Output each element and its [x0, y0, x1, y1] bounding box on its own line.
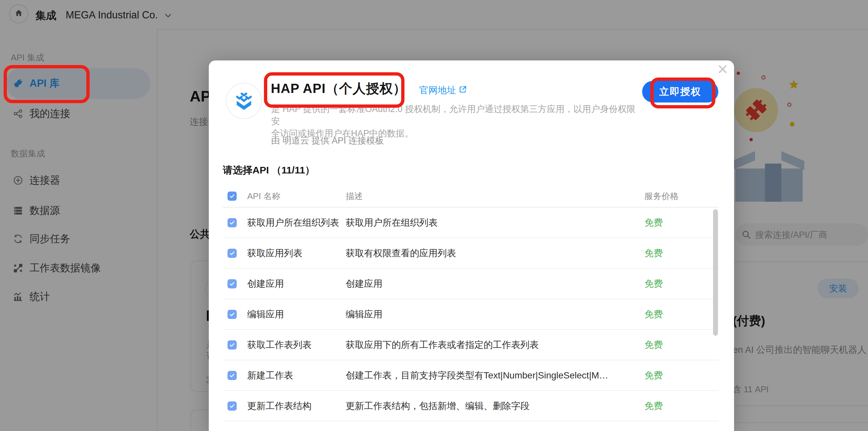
api-description-cell: 获取用户所在组织列表: [346, 217, 635, 229]
table-row: 编辑应用 编辑应用 免费: [223, 299, 719, 330]
table-row: 更新工作表结构 更新工作表结构，包括新增、编辑、删除字段 免费: [223, 391, 719, 422]
table-scrollbar[interactable]: [713, 209, 718, 336]
external-link-icon: [459, 85, 467, 96]
api-name-cell: 获取应用列表: [247, 247, 346, 260]
row-checkbox[interactable]: [227, 401, 237, 411]
api-description-cell: 编辑应用: [346, 308, 635, 321]
api-price-cell: 免费: [635, 339, 719, 351]
table-header-row: API 名称 描述 服务价格: [223, 185, 719, 207]
website-link[interactable]: 官网地址: [419, 84, 467, 96]
api-description-cell: 创建工作表，目前支持字段类型有Text|Number|SingleSelect|…: [346, 369, 635, 382]
api-price-cell: 免费: [635, 308, 719, 321]
select-api-heading: 请选择API （11/11）: [223, 164, 315, 177]
api-name-cell: 获取工作表列表: [247, 339, 346, 351]
row-checkbox[interactable]: [227, 279, 237, 288]
table-row: 获取用户所在组织列表 获取用户所在组织列表 免费: [223, 208, 719, 238]
authorize-now-button[interactable]: 立即授权: [642, 81, 718, 103]
select-all-checkbox[interactable]: [227, 192, 237, 201]
column-header: 服务价格: [635, 191, 719, 202]
row-checkbox[interactable]: [227, 340, 237, 349]
modal-title: HAP API（个人授权）: [271, 80, 406, 97]
api-description-cell: 创建应用: [346, 278, 635, 290]
row-checkbox[interactable]: [227, 371, 237, 380]
column-header: API 名称: [247, 191, 346, 202]
hap-logo: [226, 83, 262, 119]
api-name-cell: 更新工作表结构: [247, 400, 346, 412]
api-description-cell: 更新工作表结构，包括新增、编辑、删除字段: [346, 400, 635, 412]
table-row: 获取工作表列表 获取应用下的所有工作表或者指定的工作表列表 免费: [223, 330, 719, 361]
api-description-cell: 获取有权限查看的应用列表: [346, 247, 635, 260]
api-price-cell: 免费: [635, 369, 719, 382]
app-screen: 集成 MEGA Industrial Co. API 集成 API 库 我的连接…: [0, 0, 868, 431]
table-row: 获取应用列表 获取有权限查看的应用列表 免费: [223, 238, 719, 269]
row-checkbox[interactable]: [227, 310, 237, 319]
modal-description: 是 HAP 提供的一套标准OAuth2.0 授权机制，允许用户通过授权第三方应用…: [271, 103, 639, 140]
api-description-cell: 获取应用下的所有工作表或者指定的工作表列表: [346, 339, 635, 351]
api-name-cell: 获取用户所在组织列表: [247, 217, 346, 229]
api-price-cell: 免费: [635, 247, 719, 260]
api-authorize-modal: ✕ HAP API（个人授权） 官网地址 立即授权 是 HAP 提供的一套标准O…: [209, 60, 734, 431]
table-body: 获取用户所在组织列表 获取用户所在组织列表 免费 获取应用列表 获取有权限查看的…: [223, 208, 719, 422]
provider-note: 由 明道云 提供 API 连接模板: [271, 135, 384, 146]
row-checkbox[interactable]: [227, 249, 237, 258]
table-row: 创建应用 创建应用 免费: [223, 269, 719, 299]
api-table: API 名称 描述 服务价格 获取用户所在组织列表 获取用户所在组织列表 免费 …: [223, 185, 719, 422]
close-icon[interactable]: ✕: [714, 61, 731, 78]
api-price-cell: 免费: [635, 217, 719, 229]
api-price-cell: 免费: [635, 400, 719, 412]
table-row: 新建工作表 创建工作表，目前支持字段类型有Text|Number|SingleS…: [223, 361, 719, 391]
column-header: 描述: [346, 191, 635, 202]
api-name-cell: 新建工作表: [247, 369, 346, 382]
api-name-cell: 编辑应用: [247, 308, 346, 321]
api-name-cell: 创建应用: [247, 278, 346, 290]
api-price-cell: 免费: [635, 278, 719, 290]
row-checkbox[interactable]: [227, 218, 237, 227]
